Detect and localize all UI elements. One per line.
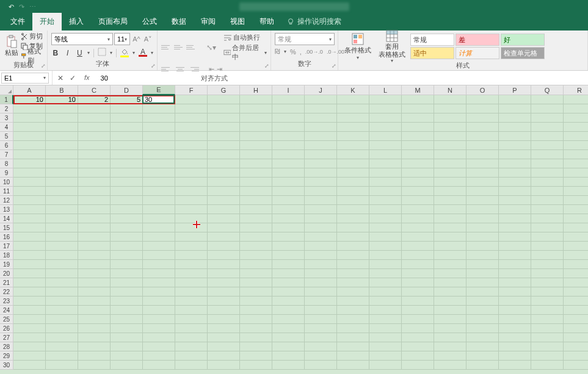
cell-O4[interactable] (466, 123, 499, 132)
style-bad[interactable]: 差 (456, 34, 499, 46)
col-header-H[interactable]: H (240, 85, 272, 95)
cell-C10[interactable] (78, 178, 111, 187)
cell-H17[interactable] (240, 242, 272, 251)
cell-K4[interactable] (337, 123, 369, 132)
row-header-6[interactable]: 6 (0, 141, 13, 150)
cell-N26[interactable] (434, 324, 466, 333)
col-header-L[interactable]: L (369, 85, 402, 95)
cell-J10[interactable] (305, 178, 337, 187)
cell-L13[interactable] (369, 205, 402, 214)
cell-C16[interactable] (78, 232, 111, 242)
cell-H24[interactable] (240, 306, 272, 315)
cell-C4[interactable] (78, 123, 111, 132)
cell-G16[interactable] (208, 232, 240, 242)
cell-N6[interactable] (434, 141, 466, 150)
cell-I5[interactable] (272, 132, 305, 141)
cell-K15[interactable] (337, 223, 369, 232)
cell-E6[interactable] (143, 141, 175, 150)
accounting-format-button[interactable]: ₪ (275, 48, 280, 56)
cell-P27[interactable] (499, 333, 531, 342)
cell-B23[interactable] (46, 297, 78, 306)
cell-N30[interactable] (434, 361, 466, 370)
cell-D29[interactable] (111, 351, 143, 361)
cell-B14[interactable] (46, 214, 78, 223)
cell-N28[interactable] (434, 342, 466, 351)
row-header-10[interactable]: 10 (0, 178, 13, 187)
row-header-16[interactable]: 16 (0, 232, 13, 242)
cell-P21[interactable] (499, 278, 531, 287)
tab-formulas[interactable]: 公式 (135, 13, 164, 31)
cell-M23[interactable] (402, 297, 434, 306)
cell-F3[interactable] (175, 113, 208, 123)
cell-B12[interactable] (46, 196, 78, 205)
cell-G10[interactable] (208, 178, 240, 187)
cell-P6[interactable] (499, 141, 531, 150)
cell-G17[interactable] (208, 242, 240, 251)
cell-B7[interactable] (46, 150, 78, 159)
cell-K8[interactable] (337, 159, 369, 168)
cell-L26[interactable] (369, 324, 402, 333)
cell-G19[interactable] (208, 260, 240, 269)
cell-A23[interactable] (13, 297, 46, 306)
cell-R9[interactable] (564, 168, 588, 178)
cell-Q20[interactable] (531, 269, 564, 278)
cell-B19[interactable] (46, 260, 78, 269)
cell-D27[interactable] (111, 333, 143, 342)
cell-F11[interactable] (175, 187, 208, 196)
cell-K21[interactable] (337, 278, 369, 287)
cell-I27[interactable] (272, 333, 305, 342)
cell-R17[interactable] (564, 242, 588, 251)
cell-M20[interactable] (402, 269, 434, 278)
cell-A15[interactable] (13, 223, 46, 232)
cell-K27[interactable] (337, 333, 369, 342)
tab-view[interactable]: 视图 (223, 13, 252, 31)
tab-review[interactable]: 审阅 (194, 13, 223, 31)
cell-B29[interactable] (46, 351, 78, 361)
cell-A24[interactable] (13, 306, 46, 315)
cell-I22[interactable] (272, 287, 305, 297)
cell-J28[interactable] (305, 342, 337, 351)
cell-Q21[interactable] (531, 278, 564, 287)
cell-P18[interactable] (499, 251, 531, 260)
cell-G8[interactable] (208, 159, 240, 168)
cell-K18[interactable] (337, 251, 369, 260)
cell-L3[interactable] (369, 113, 402, 123)
cell-P4[interactable] (499, 123, 531, 132)
col-header-P[interactable]: P (499, 85, 531, 95)
cell-A17[interactable] (13, 242, 46, 251)
cell-F19[interactable] (175, 260, 208, 269)
cell-L25[interactable] (369, 315, 402, 324)
cell-G1[interactable] (208, 95, 240, 104)
cell-G27[interactable] (208, 333, 240, 342)
cell-A25[interactable] (13, 315, 46, 324)
cell-N23[interactable] (434, 297, 466, 306)
cell-P2[interactable] (499, 104, 531, 113)
cell-D14[interactable] (111, 214, 143, 223)
cell-O16[interactable] (466, 232, 499, 242)
cell-A1[interactable]: 10 (13, 95, 46, 104)
cell-A6[interactable] (13, 141, 46, 150)
row-header-29[interactable]: 29 (0, 351, 13, 361)
cell-B25[interactable] (46, 315, 78, 324)
col-header-Q[interactable]: Q (531, 85, 564, 95)
cell-D22[interactable] (111, 287, 143, 297)
cell-R1[interactable] (564, 95, 588, 104)
cell-G6[interactable] (208, 141, 240, 150)
cell-O2[interactable] (466, 104, 499, 113)
cell-C7[interactable] (78, 150, 111, 159)
cell-J7[interactable] (305, 150, 337, 159)
cell-O3[interactable] (466, 113, 499, 123)
increase-indent-button[interactable]: ⇥ (217, 65, 222, 73)
cell-C21[interactable] (78, 278, 111, 287)
cell-J23[interactable] (305, 297, 337, 306)
insert-function-button[interactable]: fx (82, 74, 92, 82)
tell-me-search[interactable]: 操作说明搜索 (281, 13, 346, 31)
cell-C15[interactable] (78, 223, 111, 232)
cell-H12[interactable] (240, 196, 272, 205)
cell-K26[interactable] (337, 324, 369, 333)
cell-D13[interactable] (111, 205, 143, 214)
cell-H4[interactable] (240, 123, 272, 132)
cell-B20[interactable] (46, 269, 78, 278)
cell-L18[interactable] (369, 251, 402, 260)
cell-N25[interactable] (434, 315, 466, 324)
